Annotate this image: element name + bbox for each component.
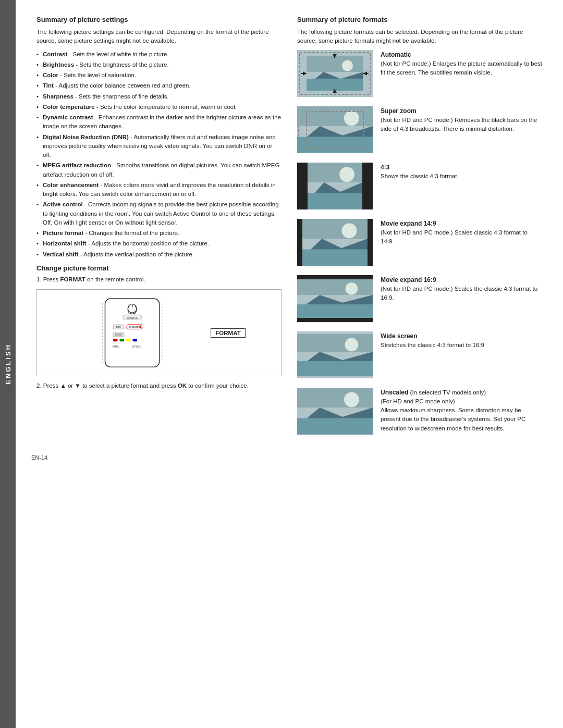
format-thumbnail-super_zoom	[297, 106, 373, 153]
bullet-item: Vertical shift - Adjusts the vertical po…	[36, 250, 282, 259]
format-entry: Movie expand 16:9(Not for HD and PC mode…	[297, 275, 542, 322]
bullet-item: Color - Sets the level of saturation.	[36, 71, 282, 80]
svg-rect-0	[105, 299, 160, 367]
section2-title: Summary of picture formats	[297, 16, 542, 23]
svg-text:AUTO: AUTO	[113, 346, 119, 348]
svg-rect-65	[297, 361, 373, 376]
svg-text:FAV: FAV	[116, 326, 121, 329]
bullet-item: Picture format - Changes the format of t…	[36, 229, 282, 238]
svg-rect-50	[368, 219, 373, 266]
format-entry: Wide screenStretches the classic 4:3 for…	[297, 331, 542, 378]
svg-point-71	[344, 392, 359, 407]
svg-point-54	[342, 223, 357, 238]
page-footer: EN-14	[31, 454, 542, 461]
formats-container: Automatic(Not for PC mode.) Enlarges the…	[297, 50, 542, 435]
format-description: (Not for PC mode.) Enlarges the picture …	[381, 60, 542, 76]
svg-rect-24	[307, 78, 363, 90]
svg-rect-58	[297, 279, 373, 295]
svg-rect-68	[297, 388, 373, 408]
format-thumbnail-unscaled	[297, 388, 373, 435]
remote-svg: SOURCE FAV FORMAT DEMO	[72, 298, 203, 368]
svg-rect-57	[297, 318, 373, 322]
format-entry: Automatic(Not for PC mode.) Enlarges the…	[297, 50, 542, 97]
bullet-item: Sharpness - Sets the sharpness of fine d…	[36, 92, 282, 101]
format-thumbnail-wide_screen	[297, 331, 373, 378]
svg-rect-38	[297, 137, 373, 153]
format-info-unscaled: Unscaled (In selected TV models only)(Fo…	[381, 388, 542, 433]
svg-rect-22	[307, 56, 363, 72]
format-entry: Super zoom(Not for HD and PC mode.) Remo…	[297, 106, 542, 153]
bullet-item: Color temperature - Sets the color tempe…	[36, 103, 282, 112]
format-name: Automatic	[381, 51, 411, 58]
bullet-item: Brightness - Sets the brightness of the …	[36, 60, 282, 69]
format-info-automatic: Automatic(Not for PC mode.) Enlarges the…	[381, 50, 542, 78]
svg-text:OPTION: OPTION	[132, 346, 141, 348]
format-name: Unscaled	[381, 389, 408, 396]
format-thumbnail-four_three	[297, 163, 373, 209]
svg-text:DEMO: DEMO	[115, 334, 123, 336]
bullet-item: Contrast - Sets the level of white in th…	[36, 50, 282, 59]
svg-rect-15	[133, 339, 137, 341]
section2-intro: The following picture formats can be sel…	[297, 28, 542, 46]
format-thumbnail-movie_expand_16_9	[297, 275, 373, 322]
format-name: Super zoom	[381, 107, 417, 115]
svg-rect-36	[297, 106, 373, 126]
bullet-item: Tint - Adjusts the color balance between…	[36, 81, 282, 90]
format-description: (Not for HD and PC mode.) Scales the cla…	[381, 286, 537, 301]
svg-rect-51	[302, 219, 368, 239]
format-entry: Movie expand 14:9(Not for HD and PC mode…	[297, 219, 542, 266]
format-description: Allows maximum sharpness. Some distortio…	[381, 407, 525, 431]
svg-rect-14	[126, 339, 130, 341]
format-label: FORMAT	[211, 328, 245, 338]
bullet-item: Digital Noise Reduction (DNR) - Automati…	[36, 133, 282, 160]
format-entry: Unscaled (In selected TV models only)(Fo…	[297, 388, 542, 435]
svg-rect-46	[308, 193, 362, 209]
svg-rect-43	[362, 163, 373, 209]
svg-rect-42	[297, 163, 308, 209]
format-name: Movie expand 16:9	[381, 276, 436, 283]
format-description: (Not for HD and PC mode.) Scales classic…	[381, 229, 528, 244]
bullet-item: Horizontal shift - Adjusts the horizonta…	[36, 239, 282, 248]
format-name: Movie expand 14:9	[381, 220, 436, 227]
language-tab: ENGLISH	[0, 0, 16, 728]
format-info-wide_screen: Wide screenStretches the classic 4:3 for…	[381, 331, 542, 350]
format-name: Wide screen	[381, 332, 418, 340]
settings-list: Contrast - Sets the level of white in th…	[36, 50, 282, 259]
svg-rect-60	[297, 304, 373, 318]
left-column: Summary of picture settings The followin…	[36, 16, 282, 444]
remote-diagram: SOURCE FAV FORMAT DEMO	[36, 289, 282, 376]
format-info-super_zoom: Super zoom(Not for HD and PC mode.) Remo…	[381, 106, 542, 134]
format-name-suffix: (In selected TV models only)	[408, 389, 486, 396]
format-description: (Not for HD and PC mode.) Removes the bl…	[381, 117, 537, 132]
bullet-item: Active control - Corrects incoming signa…	[36, 200, 282, 227]
svg-rect-12	[113, 339, 117, 341]
svg-text:SOURCE: SOURCE	[127, 316, 139, 319]
svg-rect-13	[120, 339, 124, 341]
format-info-movie_expand_16_9: Movie expand 16:9(Not for HD and PC mode…	[381, 275, 542, 303]
format-info-movie_expand_14_9: Movie expand 14:9(Not for HD and PC mode…	[381, 219, 542, 246]
svg-point-39	[344, 110, 359, 126]
svg-point-47	[339, 167, 354, 182]
svg-rect-49	[297, 219, 302, 266]
change-format-title: Change picture format	[36, 264, 282, 272]
svg-point-61	[346, 282, 358, 295]
section1-intro: The following picture settings can be co…	[36, 28, 282, 46]
svg-point-25	[342, 60, 353, 71]
format-description: Stretches the classic 4:3 format to 16:9	[381, 342, 484, 348]
svg-rect-53	[302, 249, 368, 266]
right-column: Summary of picture formats The following…	[297, 16, 542, 444]
language-label: ENGLISH	[4, 343, 12, 385]
page: ENGLISH Summary of picture settings The …	[0, 0, 563, 728]
bullet-item: Color enhancement - Makes colors more vi…	[36, 181, 282, 199]
format-sub-label: (For HD and PC mode only)	[381, 398, 455, 404]
step2: 2. Press ▲ or ▼ to select a picture form…	[36, 381, 282, 390]
format-thumbnail-movie_expand_14_9	[297, 219, 373, 266]
bullet-item: Dynamic contrast - Enhances contrast in …	[36, 113, 282, 131]
step1: 1. Press FORMAT on the remote control.	[36, 275, 282, 284]
format-name: 4:3	[381, 164, 389, 171]
format-description: Shows the classic 4:3 format.	[381, 173, 459, 179]
section1-title: Summary of picture settings	[36, 16, 282, 23]
format-info-four_three: 4:3Shows the classic 4:3 format.	[381, 163, 542, 181]
svg-rect-56	[297, 275, 373, 279]
format-entry: 4:3Shows the classic 4:3 format.	[297, 163, 542, 209]
